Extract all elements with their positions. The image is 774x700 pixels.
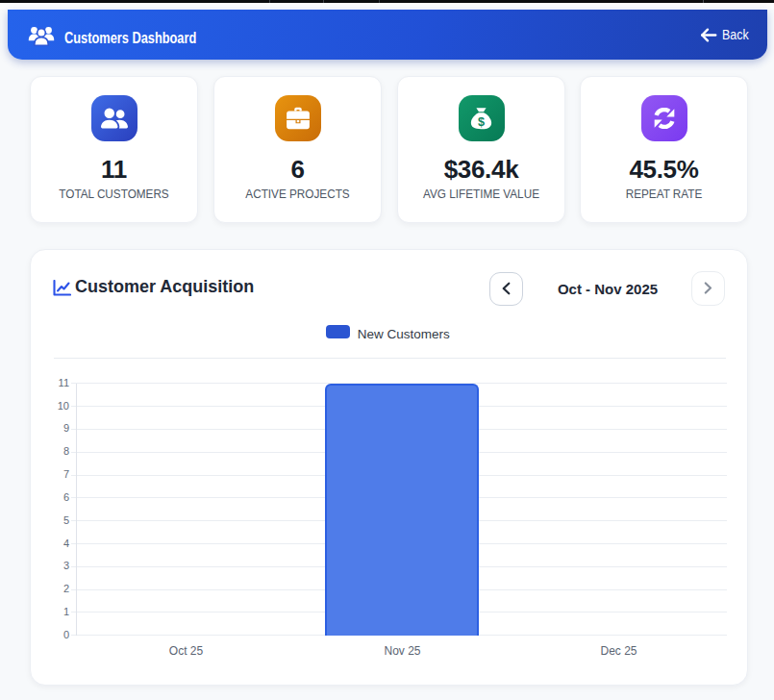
svg-text:$: $ (478, 114, 485, 128)
